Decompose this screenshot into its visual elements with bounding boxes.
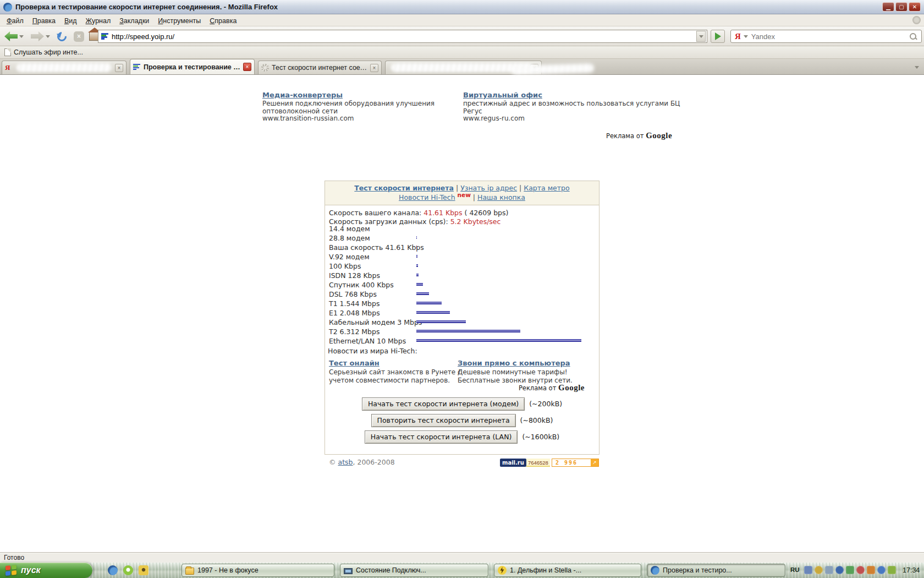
nav-link-ip-address[interactable]: Узнать ip адрес [460, 184, 517, 192]
tab-list-dropdown[interactable] [912, 63, 921, 72]
result-label: Скорость вашего канала: [329, 209, 424, 217]
tab-1[interactable]: Я × [2, 61, 127, 74]
test-button-row: Повторить тест скорости интернета(~800kB… [324, 414, 600, 427]
ad-url: www.transition-russian.com [262, 115, 435, 123]
tab-strip: Я × Проверка и тестирование скоро... × Т… [0, 59, 924, 75]
stop-button[interactable]: × [74, 29, 84, 44]
download-size-label: (~800kB) [520, 416, 553, 424]
search-engine-dropdown-icon[interactable] [744, 35, 748, 38]
reload-button[interactable] [57, 29, 67, 44]
tab-2-active[interactable]: Проверка и тестирование скоро... × [130, 59, 255, 74]
tab-3[interactable]: Тест скорости интернет соединения × [258, 61, 382, 74]
start-modem-test-button[interactable]: Начать тест скорости интернета (модем) [362, 397, 525, 411]
chart-row: E1 2.048 Mbps [329, 308, 595, 317]
test-button-row: Начать тест скорости интернета (LAN)(~16… [324, 430, 600, 444]
google-ad: Медиа-конвертеры Решения подключения обо… [262, 91, 435, 123]
tray-icon-6[interactable] [856, 566, 865, 574]
ad-text: учетом совместимости партнеров. [329, 377, 461, 385]
url-history-dropdown[interactable] [696, 31, 706, 42]
go-button[interactable] [711, 30, 725, 43]
chart-row-label: Ваша скорость 41.61 Kbps [329, 243, 424, 252]
nav-link-news[interactable]: Новости Hi-Tech [399, 193, 455, 201]
bookmark-item[interactable]: Слушать эфир инте... [14, 48, 83, 56]
start-button[interactable]: пуск [0, 563, 92, 578]
chart-row-label: Ethernet/LAN 10 Mbps [329, 337, 406, 345]
chart-row-label: T2 6.312 Mbps [329, 328, 380, 336]
forward-dropdown-icon[interactable] [46, 35, 50, 38]
forward-icon [31, 31, 44, 41]
mailru-logo: mail.ru [500, 459, 526, 467]
taskbar-task-firefox[interactable]: Проверка и тестиро... [647, 564, 785, 577]
menu-item[interactable]: Закладки [115, 15, 153, 26]
taskbar-task-network[interactable]: Состояние Подключ... [340, 564, 488, 577]
tab-close-icon[interactable]: × [243, 63, 251, 71]
google-logo: Google [646, 131, 672, 140]
language-indicator[interactable]: RU [790, 566, 800, 573]
ad-title-link[interactable]: Медиа-конвертеры [262, 91, 435, 99]
taskbar-clock[interactable]: 17:34 [903, 566, 920, 574]
ads-by-google-label[interactable]: Реклама от Google [495, 383, 585, 392]
taskbar-task-media[interactable]: 1. Дельфин и Stella -... [494, 564, 641, 577]
menu-item[interactable]: Правка [28, 15, 60, 26]
maximize-button[interactable]: ▢ [895, 2, 908, 12]
quicklaunch-firefox-icon[interactable] [108, 565, 118, 575]
tray-icon-5[interactable] [846, 566, 854, 574]
back-icon [4, 31, 18, 41]
tab-close-icon[interactable]: × [115, 64, 123, 72]
chart-bar [416, 330, 520, 332]
atsb-link[interactable]: atsb [338, 458, 353, 466]
tray-icon-8[interactable] [877, 566, 886, 574]
repeat-test-button[interactable]: Повторить тест скорости интернета [371, 414, 516, 427]
separator: | [456, 184, 458, 192]
nav-link-metro-map[interactable]: Карта метро [524, 184, 569, 192]
search-icon[interactable] [909, 32, 918, 41]
ad-title-link[interactable]: Тест онлайн [329, 359, 461, 367]
chart-bar [416, 236, 417, 239]
window-titlebar: Проверка и тестирование скорости интерне… [0, 0, 924, 14]
ads-by-google-label[interactable]: Реклама от Google [606, 131, 672, 140]
search-input[interactable] [751, 32, 909, 41]
menu-item[interactable]: Вид [60, 15, 81, 26]
menu-item[interactable]: Файл [2, 15, 28, 26]
tab-close-icon[interactable]: × [370, 64, 378, 72]
chart-row: T2 6.312 Mbps [329, 326, 595, 336]
mailru-counter[interactable]: mail.ru 7646528 [500, 459, 550, 467]
search-bar[interactable]: Я [730, 30, 922, 43]
menu-item[interactable]: Журнал [81, 15, 116, 26]
taskbar-task-folder[interactable]: 1997 - Не в фокусе [182, 564, 334, 577]
download-size-label: (~1600kB) [522, 433, 559, 441]
menu-item[interactable]: Инструменты [153, 15, 205, 26]
stop-icon: × [74, 31, 84, 42]
back-button[interactable] [4, 29, 24, 44]
start-lan-test-button[interactable]: Начать тест скорости интернета (LAN) [365, 430, 518, 444]
back-dropdown-icon[interactable] [19, 35, 24, 38]
close-button[interactable]: ✕ [909, 2, 921, 12]
tray-icon-4[interactable] [835, 566, 844, 574]
nav-link-speed-test[interactable]: Тест скорости интернета [354, 184, 454, 192]
ad-title-link[interactable]: Виртуальный офис [463, 91, 680, 99]
chart-row-label: DSL 768 Kbps [329, 290, 377, 298]
reload-icon [56, 30, 69, 43]
ad-title-link[interactable]: Звони прямо с компьютера [458, 359, 573, 367]
tray-icon-9[interactable] [888, 566, 896, 574]
copyright-line: © atsb, 2006-2008 [329, 458, 395, 466]
test-button-row: Начать тест скорости интернета (модем)(~… [324, 397, 600, 411]
menu-item[interactable]: Справка [205, 15, 241, 26]
minimize-button[interactable]: ▁ [882, 2, 894, 12]
chart-row-label: 14.4 модем [329, 225, 370, 233]
tray-icon-7[interactable] [867, 566, 875, 574]
quicklaunch-app-icon[interactable] [139, 565, 148, 575]
nav-link-our-button[interactable]: Наша кнопка [477, 193, 525, 201]
tray-icon-1[interactable] [804, 566, 812, 574]
visitor-counter[interactable]: 2 996 ↗ [552, 459, 599, 467]
url-input[interactable] [112, 32, 696, 41]
quicklaunch-qip-icon[interactable] [123, 565, 133, 575]
result-value: 41.61 Kbps [424, 209, 462, 217]
chart-row-label: Кабельный модем 3 Mbps [329, 318, 422, 326]
address-bar[interactable] [98, 30, 707, 43]
separator: | [519, 184, 521, 192]
tray-icon-2[interactable] [815, 566, 823, 574]
forward-button[interactable] [31, 29, 50, 44]
tray-icon-3[interactable] [825, 566, 833, 574]
go-icon [715, 32, 721, 40]
